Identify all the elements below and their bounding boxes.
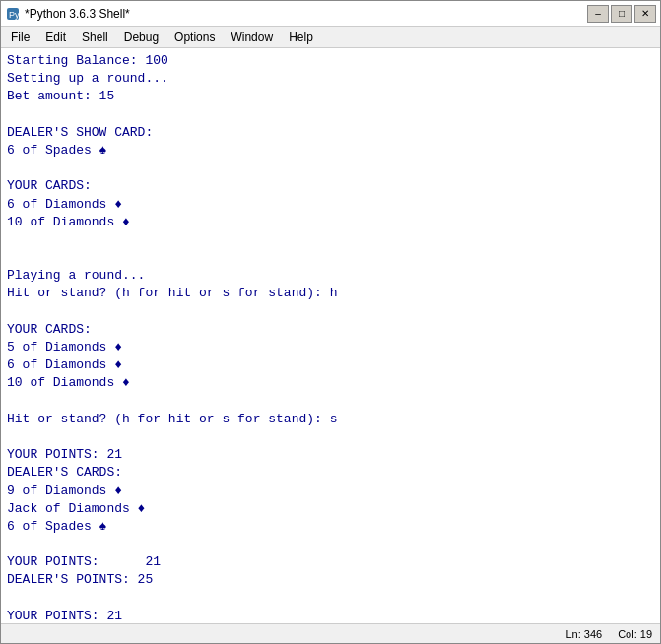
python-icon: Py — [5, 6, 21, 22]
col-status: Col: 19 — [618, 628, 652, 640]
line-11 — [7, 231, 654, 249]
menu-options[interactable]: Options — [166, 29, 223, 46]
line-7 — [7, 160, 654, 177]
line-25: 9 of Diamonds ♦ — [7, 483, 654, 500]
menu-bar: File Edit Shell Debug Options Window Hel… — [1, 27, 660, 48]
line-2: Setting up a round... — [7, 70, 654, 88]
line-4 — [7, 106, 654, 124]
shell-output[interactable]: Starting Balance: 100 Setting up a round… — [1, 48, 660, 623]
title-bar-left: Py *Python 3.6.3 Shell* — [5, 6, 130, 22]
line-26: Jack of Diamonds ♦ — [7, 500, 654, 518]
menu-debug[interactable]: Debug — [116, 29, 166, 46]
line-27: 6 of Spades ♠ — [7, 518, 654, 536]
status-bar: Ln: 346 Col: 19 — [1, 623, 660, 643]
line-10: 10 of Diamonds ♦ — [7, 214, 654, 231]
line-8: YOUR CARDS: — [7, 177, 654, 195]
ln-status: Ln: 346 — [565, 628, 602, 640]
close-button[interactable]: ✕ — [634, 5, 656, 23]
main-window: Py *Python 3.6.3 Shell* – □ ✕ File Edit … — [0, 0, 661, 644]
line-15 — [7, 303, 654, 321]
menu-shell[interactable]: Shell — [74, 29, 116, 46]
line-23: YOUR POINTS: 21 — [7, 446, 654, 464]
menu-window[interactable]: Window — [223, 29, 281, 46]
line-31 — [7, 590, 654, 608]
line-1: Starting Balance: 100 — [7, 52, 654, 70]
window-title: *Python 3.6.3 Shell* — [25, 7, 130, 21]
menu-edit[interactable]: Edit — [37, 29, 74, 46]
line-21: Hit or stand? (h for hit or s for stand)… — [7, 411, 654, 428]
line-14: Hit or stand? (h for hit or s for stand)… — [7, 285, 654, 302]
line-32: YOUR POINTS: 21 — [7, 608, 654, 623]
title-bar-buttons: – □ ✕ — [587, 5, 656, 23]
line-13: Playing a round... — [7, 267, 654, 285]
title-bar: Py *Python 3.6.3 Shell* – □ ✕ — [1, 1, 660, 27]
line-20 — [7, 393, 654, 411]
svg-text:Py: Py — [9, 10, 20, 20]
line-17: 5 of Diamonds ♦ — [7, 339, 654, 356]
maximize-button[interactable]: □ — [611, 5, 632, 23]
line-12 — [7, 249, 654, 267]
line-30: DEALER'S POINTS: 25 — [7, 571, 654, 589]
line-6: 6 of Spades ♠ — [7, 142, 654, 160]
minimize-button[interactable]: – — [587, 5, 609, 23]
menu-file[interactable]: File — [3, 29, 37, 46]
line-29: YOUR POINTS: 21 — [7, 553, 654, 571]
line-19: 10 of Diamonds ♦ — [7, 374, 654, 392]
line-9: 6 of Diamonds ♦ — [7, 196, 654, 214]
line-24: DEALER'S CARDS: — [7, 464, 654, 482]
line-5: DEALER'S SHOW CARD: — [7, 124, 654, 142]
line-16: YOUR CARDS: — [7, 321, 654, 339]
line-22 — [7, 428, 654, 446]
line-18: 6 of Diamonds ♦ — [7, 356, 654, 374]
line-28 — [7, 536, 654, 553]
menu-help[interactable]: Help — [281, 29, 321, 46]
line-3: Bet amount: 15 — [7, 88, 654, 105]
